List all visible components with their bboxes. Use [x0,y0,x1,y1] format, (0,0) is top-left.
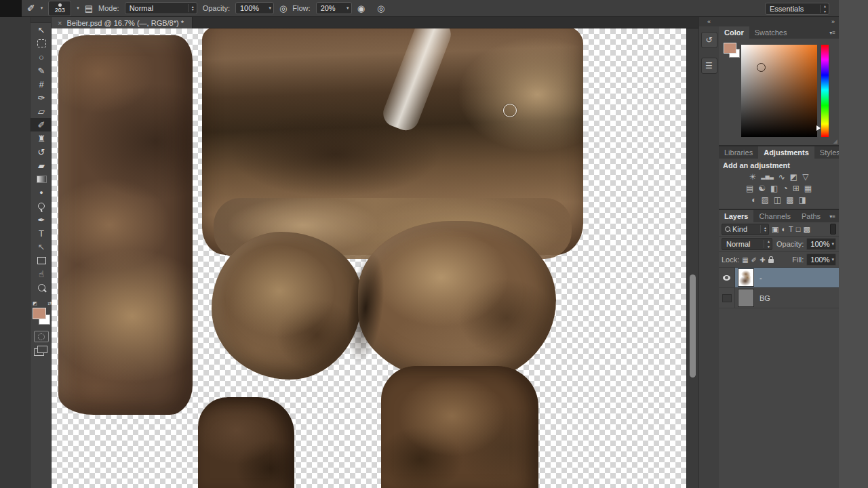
posterize-icon[interactable]: ▨ [761,196,768,204]
mode-value: Normal [130,4,184,12]
filter-smart-icon[interactable]: ▩ [803,225,810,234]
lock-all-icon[interactable] [768,259,774,263]
tab-channels[interactable]: Channels [753,210,795,222]
shape-tool[interactable] [31,253,52,267]
filter-shape-icon[interactable]: □ [796,225,801,233]
brush-preset-caret-icon[interactable]: ▾ [41,5,43,11]
black-white-icon[interactable]: ◧ [770,184,778,192]
layer-visibility-cell[interactable] [719,288,735,308]
layer-name[interactable]: - [760,274,762,282]
color-panel-menu-icon[interactable]: ▾≡ [829,26,839,39]
screen-mode-button[interactable] [34,346,47,356]
selective-color-icon[interactable]: ◨ [798,196,806,204]
canvas[interactable] [52,28,686,488]
hue-slider[interactable] [821,45,829,137]
layers-opacity-select[interactable]: 100% ▾ [806,238,836,250]
channel-mixer-icon[interactable]: ⊞ [793,184,800,192]
brush-tool[interactable]: ✐ [31,118,52,131]
hue-saturation-icon[interactable]: ▤ [746,184,753,192]
brush-tool-bar-icon[interactable]: ✐ [27,3,35,14]
document-tab[interactable]: × Beiber.psd @ 16.7% (—, RGB/8*) * [52,17,193,28]
airbrush-icon[interactable]: ◎ [279,3,287,14]
saturation-brightness-field[interactable] [741,45,817,137]
pressure-opacity-icon[interactable]: ◉ [357,3,365,14]
threshold-icon[interactable]: ◫ [774,196,781,204]
gradient-tool[interactable] [31,172,52,186]
flow-select[interactable]: 20% ▾ [316,2,352,14]
layer-thumbnail[interactable] [738,289,754,307]
foreground-color-swatch[interactable] [33,308,46,319]
zoom-tool[interactable] [31,281,52,294]
clone-stamp-tool[interactable]: ♜ [31,131,52,145]
blur-tool[interactable]: ● [31,186,52,199]
panel-resize-grip[interactable]: ◢ [833,138,837,144]
toolbar-grip[interactable] [31,17,51,23]
vibrance-icon[interactable]: ▽ [802,173,808,181]
layer-thumbnail[interactable] [738,268,754,287]
filter-type-icon[interactable]: T [789,225,793,233]
tab-color[interactable]: Color [719,26,749,39]
tab-adjustments[interactable]: Adjustments [758,146,814,159]
color-picker-ring[interactable] [757,63,766,72]
lock-transparency-icon[interactable]: ▦ [742,256,748,264]
levels-icon[interactable]: ▂▅▃ [761,173,773,181]
exposure-icon[interactable]: ◩ [790,173,797,181]
layer-row-bg[interactable]: BG [719,288,839,308]
opacity-select[interactable]: 100% ▾ [235,2,274,14]
quick-mask-button[interactable] [34,331,49,342]
panel-foreground-swatch[interactable] [724,43,736,54]
curves-icon[interactable]: ∿ [778,173,785,181]
layers-fill-select[interactable]: 100% ▾ [806,253,836,266]
eyedropper-tool[interactable]: ✑ [31,91,52,104]
tab-swatches[interactable]: Swatches [749,26,793,39]
healing-tool[interactable]: ▱ [31,104,52,118]
tab-layers[interactable]: Layers [719,210,753,222]
filter-toggle[interactable] [830,224,836,235]
properties-panel-button[interactable]: ☰ [701,58,717,74]
workspace-select[interactable]: Essentials ▲▼ [765,3,829,15]
pen-tool[interactable]: ✒ [31,213,52,226]
brush-panel-toggle-icon[interactable]: ▤ [85,3,93,14]
marquee-tool[interactable] [31,37,52,50]
brush-size-caret-icon[interactable]: ▾ [77,5,79,11]
layers-panel-menu-icon[interactable]: ▾≡ [829,210,839,222]
eraser-tool[interactable]: ▰ [31,159,52,172]
gradient-map-icon[interactable]: ▩ [786,196,793,204]
path-select-tool[interactable]: ↖ [31,240,52,253]
hue-slider-pointer[interactable] [816,125,821,131]
filter-pixel-icon[interactable]: ▣ [772,225,778,234]
filter-adjustment-icon[interactable]: ◐ [781,225,786,233]
history-brush-tool[interactable]: ↺ [31,145,52,159]
mode-select[interactable]: Normal ▲▼ [125,2,197,14]
tab-libraries[interactable]: Libraries [719,146,758,159]
color-lookup-icon[interactable]: ▦ [804,184,812,192]
collapse-dock-chevron-icon[interactable]: » [719,17,839,26]
layer-filter-kind-select[interactable]: Kind ▲▼ [722,224,769,235]
layer-visibility-cell[interactable] [719,268,735,287]
history-panel-button[interactable]: ↺ [701,32,717,48]
dodge-tool[interactable] [31,199,52,213]
hand-tool[interactable]: ☝ [31,267,52,281]
lock-position-icon[interactable]: ✚ [760,256,765,264]
blend-mode-select[interactable]: Normal ▲▼ [722,238,772,250]
type-tool[interactable]: T [31,226,52,240]
swap-colors-icon[interactable]: ◩⇄ [31,301,53,306]
quick-select-tool[interactable]: ✎ [31,64,52,77]
expand-dock-chevron-icon[interactable]: « [699,17,719,26]
lock-pixels-icon[interactable]: ✐ [751,256,757,264]
layer-row-current[interactable]: - [719,268,839,288]
canvas-vertical-scrollbar[interactable] [686,28,698,488]
scrollbar-thumb[interactable] [690,274,696,378]
color-balance-icon[interactable]: ☯ [758,184,766,192]
layer-name[interactable]: BG [760,294,770,302]
brush-preset-picker[interactable]: 203 [48,1,71,16]
tab-paths[interactable]: Paths [796,210,826,222]
lasso-tool[interactable]: ○ [31,50,52,64]
smoothing-icon[interactable]: ◎ [377,3,384,14]
invert-icon[interactable]: ◐ [751,196,756,204]
move-tool[interactable]: ↖ [31,23,52,37]
tab-close-icon[interactable]: × [58,19,62,27]
brightness-contrast-icon[interactable]: ☀ [749,173,757,181]
crop-tool[interactable]: # [31,77,52,91]
photo-filter-icon[interactable]: ◔ [783,184,787,192]
